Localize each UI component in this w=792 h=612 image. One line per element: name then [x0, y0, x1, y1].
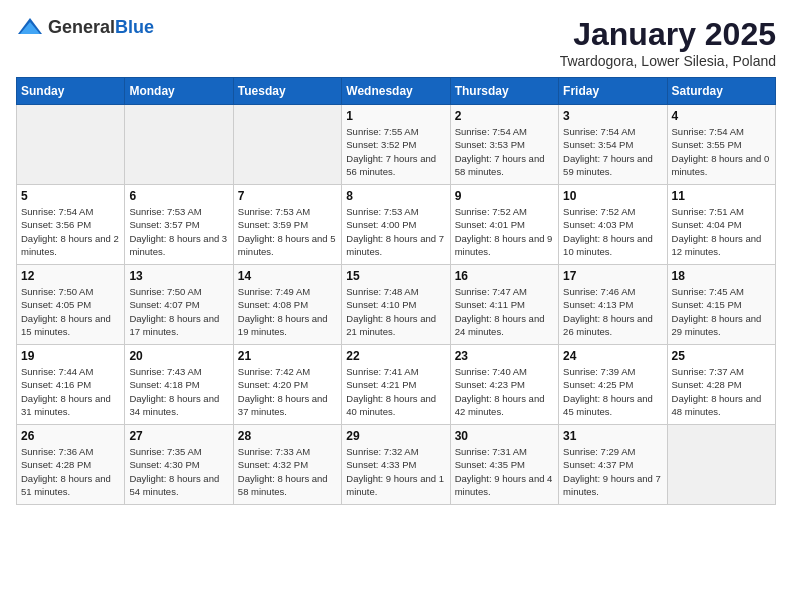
day-number: 13 [129, 269, 228, 283]
calendar-cell: 25Sunrise: 7:37 AMSunset: 4:28 PMDayligh… [667, 345, 775, 425]
day-number: 8 [346, 189, 445, 203]
day-number: 27 [129, 429, 228, 443]
day-info: Sunrise: 7:54 AMSunset: 3:53 PMDaylight:… [455, 125, 554, 178]
weekday-header-saturday: Saturday [667, 78, 775, 105]
calendar-week-row: 1Sunrise: 7:55 AMSunset: 3:52 PMDaylight… [17, 105, 776, 185]
calendar-cell: 14Sunrise: 7:49 AMSunset: 4:08 PMDayligh… [233, 265, 341, 345]
day-info: Sunrise: 7:41 AMSunset: 4:21 PMDaylight:… [346, 365, 445, 418]
calendar-cell: 23Sunrise: 7:40 AMSunset: 4:23 PMDayligh… [450, 345, 558, 425]
calendar-cell: 8Sunrise: 7:53 AMSunset: 4:00 PMDaylight… [342, 185, 450, 265]
calendar-cell [125, 105, 233, 185]
day-number: 23 [455, 349, 554, 363]
calendar-cell: 7Sunrise: 7:53 AMSunset: 3:59 PMDaylight… [233, 185, 341, 265]
calendar-cell: 17Sunrise: 7:46 AMSunset: 4:13 PMDayligh… [559, 265, 667, 345]
calendar-cell: 6Sunrise: 7:53 AMSunset: 3:57 PMDaylight… [125, 185, 233, 265]
weekday-header-friday: Friday [559, 78, 667, 105]
day-info: Sunrise: 7:46 AMSunset: 4:13 PMDaylight:… [563, 285, 662, 338]
day-number: 16 [455, 269, 554, 283]
day-number: 18 [672, 269, 771, 283]
day-number: 10 [563, 189, 662, 203]
logo: GeneralBlue [16, 16, 154, 38]
day-info: Sunrise: 7:55 AMSunset: 3:52 PMDaylight:… [346, 125, 445, 178]
day-info: Sunrise: 7:50 AMSunset: 4:05 PMDaylight:… [21, 285, 120, 338]
day-number: 21 [238, 349, 337, 363]
day-number: 24 [563, 349, 662, 363]
day-info: Sunrise: 7:36 AMSunset: 4:28 PMDaylight:… [21, 445, 120, 498]
day-info: Sunrise: 7:53 AMSunset: 4:00 PMDaylight:… [346, 205, 445, 258]
calendar-week-row: 12Sunrise: 7:50 AMSunset: 4:05 PMDayligh… [17, 265, 776, 345]
day-info: Sunrise: 7:53 AMSunset: 3:57 PMDaylight:… [129, 205, 228, 258]
calendar-cell: 16Sunrise: 7:47 AMSunset: 4:11 PMDayligh… [450, 265, 558, 345]
day-info: Sunrise: 7:42 AMSunset: 4:20 PMDaylight:… [238, 365, 337, 418]
calendar-header: SundayMondayTuesdayWednesdayThursdayFrid… [17, 78, 776, 105]
weekday-header-tuesday: Tuesday [233, 78, 341, 105]
calendar-title: January 2025 [560, 16, 776, 53]
calendar-subtitle: Twardogora, Lower Silesia, Poland [560, 53, 776, 69]
day-info: Sunrise: 7:37 AMSunset: 4:28 PMDaylight:… [672, 365, 771, 418]
day-info: Sunrise: 7:52 AMSunset: 4:03 PMDaylight:… [563, 205, 662, 258]
calendar-cell [17, 105, 125, 185]
calendar-cell: 28Sunrise: 7:33 AMSunset: 4:32 PMDayligh… [233, 425, 341, 505]
page-header: GeneralBlue January 2025 Twardogora, Low… [16, 16, 776, 69]
day-info: Sunrise: 7:35 AMSunset: 4:30 PMDaylight:… [129, 445, 228, 498]
day-number: 9 [455, 189, 554, 203]
day-number: 17 [563, 269, 662, 283]
day-info: Sunrise: 7:31 AMSunset: 4:35 PMDaylight:… [455, 445, 554, 498]
calendar-cell: 9Sunrise: 7:52 AMSunset: 4:01 PMDaylight… [450, 185, 558, 265]
calendar-cell: 2Sunrise: 7:54 AMSunset: 3:53 PMDaylight… [450, 105, 558, 185]
day-info: Sunrise: 7:54 AMSunset: 3:54 PMDaylight:… [563, 125, 662, 178]
day-info: Sunrise: 7:33 AMSunset: 4:32 PMDaylight:… [238, 445, 337, 498]
day-info: Sunrise: 7:51 AMSunset: 4:04 PMDaylight:… [672, 205, 771, 258]
day-info: Sunrise: 7:39 AMSunset: 4:25 PMDaylight:… [563, 365, 662, 418]
day-number: 19 [21, 349, 120, 363]
day-number: 4 [672, 109, 771, 123]
day-number: 25 [672, 349, 771, 363]
calendar-cell: 29Sunrise: 7:32 AMSunset: 4:33 PMDayligh… [342, 425, 450, 505]
day-number: 12 [21, 269, 120, 283]
calendar-week-row: 5Sunrise: 7:54 AMSunset: 3:56 PMDaylight… [17, 185, 776, 265]
calendar-cell: 3Sunrise: 7:54 AMSunset: 3:54 PMDaylight… [559, 105, 667, 185]
calendar-body: 1Sunrise: 7:55 AMSunset: 3:52 PMDaylight… [17, 105, 776, 505]
day-info: Sunrise: 7:32 AMSunset: 4:33 PMDaylight:… [346, 445, 445, 498]
calendar-cell: 10Sunrise: 7:52 AMSunset: 4:03 PMDayligh… [559, 185, 667, 265]
day-info: Sunrise: 7:53 AMSunset: 3:59 PMDaylight:… [238, 205, 337, 258]
day-number: 11 [672, 189, 771, 203]
day-number: 6 [129, 189, 228, 203]
day-info: Sunrise: 7:54 AMSunset: 3:55 PMDaylight:… [672, 125, 771, 178]
logo-icon [16, 16, 44, 38]
calendar-week-row: 19Sunrise: 7:44 AMSunset: 4:16 PMDayligh… [17, 345, 776, 425]
calendar-cell: 20Sunrise: 7:43 AMSunset: 4:18 PMDayligh… [125, 345, 233, 425]
day-info: Sunrise: 7:29 AMSunset: 4:37 PMDaylight:… [563, 445, 662, 498]
calendar-cell: 30Sunrise: 7:31 AMSunset: 4:35 PMDayligh… [450, 425, 558, 505]
day-info: Sunrise: 7:48 AMSunset: 4:10 PMDaylight:… [346, 285, 445, 338]
calendar-table: SundayMondayTuesdayWednesdayThursdayFrid… [16, 77, 776, 505]
weekday-header-thursday: Thursday [450, 78, 558, 105]
calendar-cell: 1Sunrise: 7:55 AMSunset: 3:52 PMDaylight… [342, 105, 450, 185]
day-number: 26 [21, 429, 120, 443]
day-number: 2 [455, 109, 554, 123]
day-info: Sunrise: 7:47 AMSunset: 4:11 PMDaylight:… [455, 285, 554, 338]
day-info: Sunrise: 7:49 AMSunset: 4:08 PMDaylight:… [238, 285, 337, 338]
day-number: 20 [129, 349, 228, 363]
calendar-cell: 22Sunrise: 7:41 AMSunset: 4:21 PMDayligh… [342, 345, 450, 425]
day-number: 22 [346, 349, 445, 363]
weekday-header-wednesday: Wednesday [342, 78, 450, 105]
calendar-cell: 24Sunrise: 7:39 AMSunset: 4:25 PMDayligh… [559, 345, 667, 425]
calendar-cell [667, 425, 775, 505]
weekday-header-sunday: Sunday [17, 78, 125, 105]
day-number: 1 [346, 109, 445, 123]
day-info: Sunrise: 7:45 AMSunset: 4:15 PMDaylight:… [672, 285, 771, 338]
calendar-cell: 13Sunrise: 7:50 AMSunset: 4:07 PMDayligh… [125, 265, 233, 345]
calendar-cell: 4Sunrise: 7:54 AMSunset: 3:55 PMDaylight… [667, 105, 775, 185]
logo-blue: Blue [115, 17, 154, 37]
logo-general: General [48, 17, 115, 37]
calendar-cell: 15Sunrise: 7:48 AMSunset: 4:10 PMDayligh… [342, 265, 450, 345]
day-number: 28 [238, 429, 337, 443]
day-info: Sunrise: 7:40 AMSunset: 4:23 PMDaylight:… [455, 365, 554, 418]
day-number: 15 [346, 269, 445, 283]
day-number: 5 [21, 189, 120, 203]
calendar-cell: 19Sunrise: 7:44 AMSunset: 4:16 PMDayligh… [17, 345, 125, 425]
calendar-cell: 27Sunrise: 7:35 AMSunset: 4:30 PMDayligh… [125, 425, 233, 505]
calendar-week-row: 26Sunrise: 7:36 AMSunset: 4:28 PMDayligh… [17, 425, 776, 505]
calendar-cell: 12Sunrise: 7:50 AMSunset: 4:05 PMDayligh… [17, 265, 125, 345]
